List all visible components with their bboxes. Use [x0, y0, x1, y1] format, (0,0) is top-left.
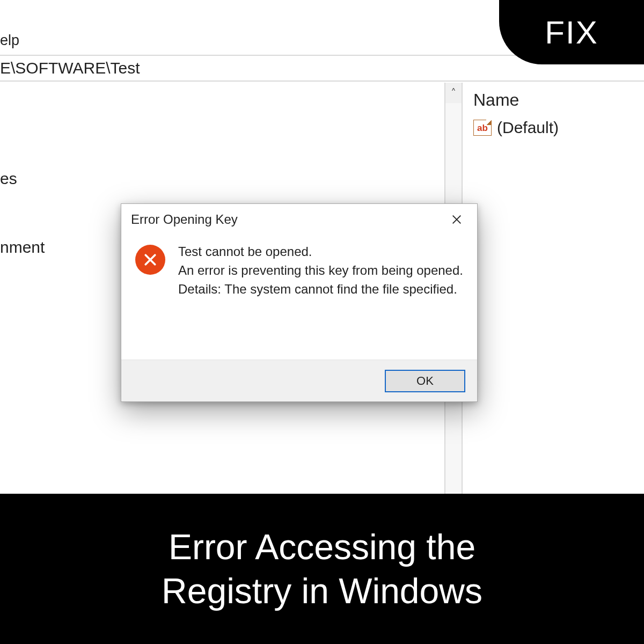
- dialog-message: Test cannot be opened. An error is preve…: [178, 243, 463, 360]
- tree-item-label: es: [0, 170, 17, 188]
- dialog-line1: Test cannot be opened.: [178, 243, 463, 261]
- value-row-default[interactable]: ab (Default): [473, 119, 633, 137]
- tree-item[interactable]: nment: [0, 232, 45, 263]
- scroll-up-button[interactable]: ˄: [445, 83, 462, 103]
- dialog-line3: Details: The system cannot find the file…: [178, 280, 463, 299]
- ok-button[interactable]: OK: [385, 370, 465, 392]
- address-path: E\SOFTWARE\Test: [0, 59, 140, 77]
- column-header-name[interactable]: Name: [473, 90, 633, 110]
- values-pane[interactable]: Name ab (Default): [463, 83, 644, 494]
- tree-item-label: nment: [0, 238, 45, 257]
- fix-badge: FIX: [499, 0, 644, 64]
- tree-item[interactable]: es: [0, 163, 45, 194]
- value-name: (Default): [497, 119, 559, 137]
- close-icon[interactable]: [445, 208, 469, 231]
- menu-help[interactable]: elp: [0, 32, 19, 48]
- caption-line2: Registry in Windows: [162, 571, 482, 611]
- error-icon: [135, 245, 165, 275]
- error-dialog: Error Opening Key Test cannot be opened.…: [121, 203, 478, 402]
- string-value-icon: ab: [473, 120, 492, 136]
- dialog-titlebar[interactable]: Error Opening Key: [121, 204, 477, 235]
- dialog-title-text: Error Opening Key: [131, 212, 238, 227]
- dialog-footer: OK: [121, 360, 477, 401]
- caption: Error Accessing the Registry in Windows: [0, 494, 644, 644]
- caption-line1: Error Accessing the: [169, 527, 475, 567]
- dialog-line2: An error is preventing this key from bei…: [178, 261, 463, 280]
